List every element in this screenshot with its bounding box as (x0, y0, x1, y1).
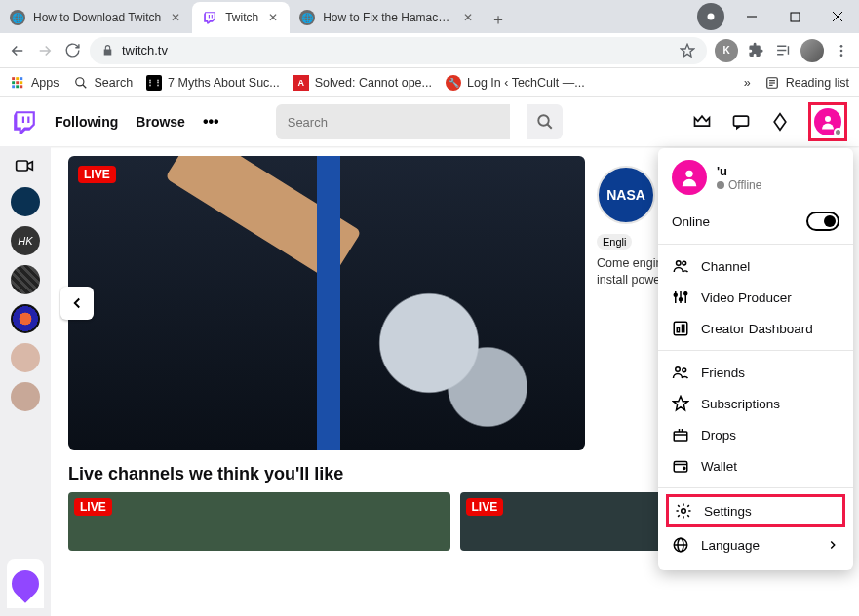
dashboard-icon (672, 320, 689, 337)
new-tab-button[interactable]: ＋ (485, 6, 512, 33)
svg-rect-15 (16, 85, 19, 88)
favicon-icon: 🔧 (446, 75, 461, 91)
camera-icon[interactable] (15, 156, 36, 177)
carousel-prev-button[interactable] (60, 287, 94, 320)
prime-loot-icon[interactable] (691, 111, 713, 133)
svg-rect-10 (20, 77, 22, 80)
search-button[interactable] (527, 104, 563, 139)
menu-label: Drops (701, 428, 736, 443)
chrome-menu-button[interactable] (832, 41, 851, 60)
svg-rect-2 (791, 13, 800, 21)
lock-icon (101, 44, 114, 57)
close-icon[interactable]: ✕ (266, 11, 280, 24)
close-icon[interactable]: ✕ (169, 11, 182, 24)
svg-rect-37 (674, 322, 687, 335)
stream-thumbnail[interactable]: LIVE (68, 492, 450, 551)
menu-language[interactable]: Language (658, 529, 853, 560)
bookmark-item[interactable]: A Solved: Cannot ope... (293, 75, 432, 91)
url-field[interactable]: twitch.tv (90, 37, 707, 64)
search-input[interactable] (276, 104, 510, 139)
followed-channel-avatar[interactable] (11, 382, 40, 411)
nav-browse[interactable]: Browse (136, 114, 185, 130)
svg-point-34 (674, 293, 677, 296)
bookmark-item[interactable]: 🔧 Log In ‹ TechCult —... (446, 75, 585, 91)
menu-label: Video Producer (701, 290, 792, 305)
user-menu-button[interactable] (808, 102, 847, 141)
stream-tag[interactable]: Engli (597, 234, 632, 250)
sidebar-recommend-card[interactable] (7, 559, 44, 608)
menu-settings[interactable]: Settings (666, 494, 845, 527)
featured-stream[interactable]: U.S. SPACE WALK LIVE (68, 156, 585, 450)
apps-shortcut[interactable]: Apps (10, 75, 59, 91)
incognito-icon[interactable] (697, 3, 724, 30)
stream-overlay-text: U.S. SPACE WALK (326, 205, 339, 349)
svg-point-41 (683, 368, 686, 372)
close-window-button[interactable] (816, 2, 859, 31)
menu-friends[interactable]: Friends (658, 357, 853, 388)
browser-titlebar: 🌐 How to Download Twitch ✕ Twitch ✕ 🌐 Ho… (0, 0, 859, 33)
url-text: twitch.tv (122, 43, 168, 58)
svg-rect-12 (16, 81, 19, 84)
followed-channel-avatar[interactable] (11, 343, 40, 372)
dropdown-header: 'u Offline (658, 158, 853, 205)
nav-following[interactable]: Following (55, 114, 118, 130)
chevron-right-icon: » (744, 76, 751, 90)
followed-channel-avatar[interactable] (11, 304, 40, 333)
apps-grid-icon (10, 75, 25, 91)
tab-title: How to Fix the Hamachi T (323, 11, 453, 24)
browser-tab[interactable]: 🌐 How to Download Twitch ✕ (0, 2, 192, 33)
menu-video-producer[interactable]: Video Producer (658, 282, 853, 313)
reading-list-button[interactable]: Reading list (764, 75, 849, 91)
media-icon[interactable] (773, 41, 793, 60)
svg-point-6 (840, 49, 843, 52)
browser-tab[interactable]: 🌐 How to Fix the Hamachi T ✕ (290, 2, 485, 33)
close-icon[interactable]: ✕ (461, 11, 475, 24)
user-avatar-icon (672, 160, 707, 195)
friends-icon (672, 364, 689, 381)
tab-title: How to Download Twitch (33, 11, 161, 24)
online-toggle-row[interactable]: Online (658, 205, 853, 238)
followed-channel-avatar[interactable] (11, 265, 40, 294)
adobe-favicon-icon: A (293, 75, 309, 91)
channel-logo[interactable]: NASA (597, 166, 655, 224)
whispers-icon[interactable] (730, 111, 752, 133)
twitch-logo-icon[interactable] (12, 109, 37, 135)
bookmarks-overflow[interactable]: » (744, 76, 751, 90)
svg-rect-16 (20, 85, 22, 88)
bookmark-item[interactable]: ⋮⋮ 7 Myths About Suc... (146, 75, 280, 91)
minimize-button[interactable] (730, 2, 773, 31)
menu-subscriptions[interactable]: Subscriptions (658, 388, 853, 419)
reading-list-icon (764, 75, 780, 91)
bookmark-item[interactable]: Search (73, 75, 134, 91)
bookmark-label: Reading list (786, 76, 849, 90)
address-bar: twitch.tv K (0, 33, 859, 68)
dropdown-status: Offline (717, 178, 761, 192)
menu-wallet[interactable]: Wallet (658, 450, 853, 481)
forward-button[interactable] (35, 41, 55, 60)
bits-icon[interactable] (769, 111, 791, 133)
bookmark-star-icon[interactable] (680, 43, 695, 58)
menu-drops[interactable]: Drops (658, 419, 853, 450)
extensions-icon[interactable] (746, 41, 765, 60)
svg-point-26 (825, 116, 831, 122)
menu-channel[interactable]: Channel (658, 250, 853, 282)
menu-creator-dashboard[interactable]: Creator Dashboard (658, 313, 853, 344)
menu-label: Subscriptions (701, 397, 780, 411)
extension-k-icon[interactable]: K (715, 39, 738, 62)
browser-tab-active[interactable]: Twitch ✕ (192, 2, 290, 33)
wallet-icon (672, 457, 689, 475)
nav-more-button[interactable]: ••• (203, 113, 219, 131)
menu-label: Friends (701, 366, 745, 380)
bookmark-label: Apps (31, 76, 59, 90)
maximize-button[interactable] (773, 2, 816, 31)
profile-avatar-icon[interactable] (800, 39, 824, 62)
menu-label: Channel (701, 259, 750, 274)
search-field[interactable] (288, 115, 498, 130)
menu-label: Settings (704, 504, 752, 519)
online-toggle[interactable] (806, 212, 839, 231)
followed-channel-avatar[interactable]: HK (11, 226, 40, 255)
back-button[interactable] (8, 41, 27, 60)
reload-button[interactable] (62, 41, 82, 60)
followed-channel-avatar[interactable] (11, 187, 40, 216)
svg-rect-42 (674, 432, 687, 441)
